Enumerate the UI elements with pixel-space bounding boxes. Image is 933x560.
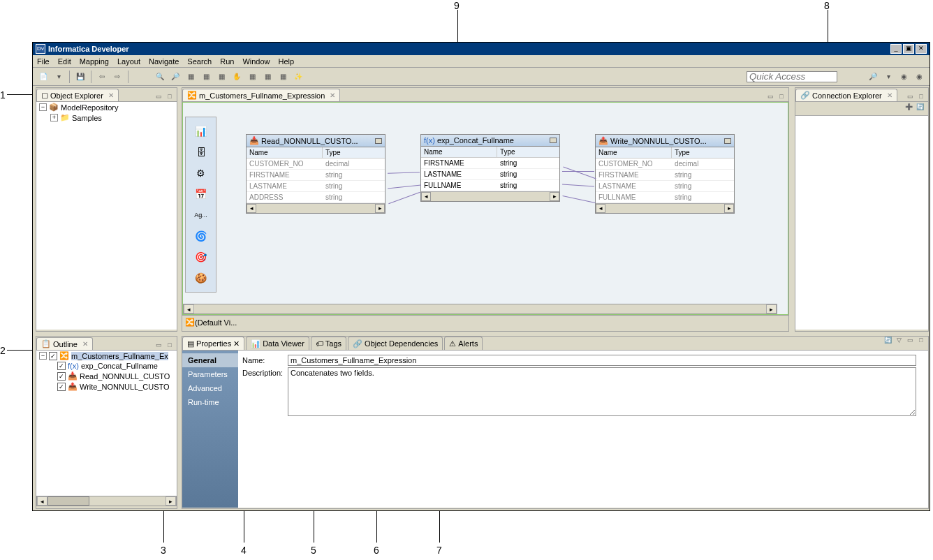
menu-run[interactable]: Run: [216, 57, 238, 66]
menu-layout[interactable]: Layout: [113, 57, 145, 66]
tab-object-explorer[interactable]: ▢ Object Explorer ✕: [36, 89, 119, 101]
menu-help[interactable]: Help: [274, 57, 299, 66]
maximize-button[interactable]: ▣: [903, 44, 914, 54]
add-connection-icon[interactable]: ➕: [903, 103, 914, 115]
mapping-canvas[interactable]: 📊 🗄 ⚙ 📅 Ag... 🌀 🎯 🍪 📥 Read_NONNULL: [182, 102, 788, 315]
transform-expression[interactable]: f(x) exp_Concat_Fullname Name Type FIRST…: [420, 134, 560, 202]
quick-access-input[interactable]: [747, 71, 837, 82]
transform-title[interactable]: 📥 Read_NONNULL_CUSTO...: [247, 135, 385, 147]
header-name[interactable]: Name: [421, 147, 497, 157]
tab-connection-explorer[interactable]: 🔗 Connection Explorer ✕: [795, 89, 897, 101]
dropdown-icon[interactable]: ▾: [882, 71, 895, 83]
transform-title[interactable]: f(x) exp_Concat_Fullname: [421, 135, 559, 147]
palette-item[interactable]: 🎯: [191, 247, 212, 267]
tree-row-samples[interactable]: + 📁 Samples: [36, 112, 177, 123]
transform-read[interactable]: 📥 Read_NONNULL_CUSTO... Name Type CUSTOM…: [246, 134, 385, 214]
port-row[interactable]: ADDRESSstring: [247, 192, 385, 203]
transform-title[interactable]: 📤 Write_NONNULL_CUSTO...: [596, 135, 734, 147]
header-type[interactable]: Type: [672, 147, 734, 158]
menu-edit[interactable]: Edit: [54, 57, 75, 66]
header-name[interactable]: Name: [596, 147, 672, 158]
name-field[interactable]: [288, 355, 916, 366]
tab-outline[interactable]: 📋 Outline ✕: [36, 337, 93, 350]
toggle-icon[interactable]: [375, 138, 382, 144]
outline-item[interactable]: ✓ f(x) exp_Concat_Fullname: [36, 361, 177, 371]
refresh-icon[interactable]: 🔄: [914, 103, 925, 115]
tab-object-dependencies[interactable]: 🔗 Object Dependencies: [348, 337, 443, 350]
port-row[interactable]: LASTNAMEstring: [421, 169, 559, 180]
zoom-in-icon[interactable]: 🔍: [154, 71, 166, 83]
maximize-icon[interactable]: □: [917, 93, 925, 101]
tool-icon[interactable]: ▦: [261, 71, 274, 83]
refresh-icon[interactable]: 🔄: [883, 337, 892, 345]
transform-write[interactable]: 📤 Write_NONNULL_CUSTO... Name Type CUSTO…: [595, 134, 735, 214]
port-row[interactable]: CUSTOMER_NOdecimal: [596, 159, 734, 170]
tool-icon[interactable]: ▦: [184, 71, 197, 83]
tree-row-repository[interactable]: − 📦 ModelRepository: [36, 102, 177, 112]
port-row[interactable]: FIRSTNAMEstring: [247, 170, 385, 181]
close-icon[interactable]: ✕: [108, 91, 114, 99]
palette-item[interactable]: 🍪: [191, 268, 212, 288]
tool-icon[interactable]: ▦: [277, 71, 289, 83]
tab-tags[interactable]: 🏷 Tags: [311, 337, 346, 350]
forward-button[interactable]: ⇨: [111, 71, 124, 83]
port-row[interactable]: FIRSTNAMEstring: [421, 158, 559, 169]
outline-root[interactable]: − ✓ 🔀 m_Customers_Fullname_Ex: [36, 351, 177, 361]
palette-item[interactable]: 📊: [191, 121, 212, 141]
close-icon[interactable]: ✕: [887, 91, 892, 99]
collapse-icon[interactable]: −: [39, 352, 47, 360]
minimize-icon[interactable]: ▭: [906, 337, 914, 345]
palette-item-aggregator[interactable]: 📅: [191, 184, 212, 204]
port-row[interactable]: FULLNAMEstring: [596, 192, 734, 203]
scrollbar[interactable]: ◂▸: [596, 203, 734, 213]
tab-alerts[interactable]: ⚠ Alerts: [444, 337, 483, 350]
checkbox[interactable]: ✓: [57, 372, 66, 381]
tab-data-viewer[interactable]: 📊 Data Viewer: [246, 337, 309, 350]
perspective-icon[interactable]: ◉: [897, 71, 910, 83]
menu-search[interactable]: Search: [183, 57, 216, 66]
palette-item[interactable]: ⚙: [191, 163, 212, 183]
zoom-out-icon[interactable]: 🔎: [169, 71, 182, 83]
horizontal-scrollbar[interactable]: ◂▸: [183, 304, 777, 314]
toggle-icon[interactable]: [550, 138, 557, 143]
port-row[interactable]: FIRSTNAMEstring: [596, 170, 734, 181]
palette-item[interactable]: 🗄: [191, 142, 212, 162]
tab-mapping[interactable]: 🔀 m_Customers_Fullname_Expression ✕: [182, 89, 340, 101]
scrollbar[interactable]: ◂▸: [247, 203, 385, 213]
toggle-icon[interactable]: [724, 138, 731, 144]
search-icon[interactable]: 🔎: [867, 71, 879, 83]
palette-item[interactable]: 🌀: [191, 226, 212, 246]
description-field[interactable]: [288, 367, 916, 416]
collapse-icon[interactable]: −: [39, 103, 47, 111]
maximize-icon[interactable]: □: [166, 93, 174, 101]
minimize-button[interactable]: _: [890, 44, 902, 54]
port-row[interactable]: CUSTOMER_NOdecimal: [247, 159, 385, 170]
maximize-icon[interactable]: □: [166, 341, 174, 350]
port-row[interactable]: LASTNAMEstring: [596, 181, 734, 192]
scrollbar[interactable]: ◂▸: [421, 191, 559, 201]
maximize-icon[interactable]: □: [917, 337, 925, 345]
perspective-icon[interactable]: ◉: [913, 71, 925, 83]
expand-icon[interactable]: +: [50, 114, 58, 121]
menu-window[interactable]: Window: [238, 57, 274, 66]
menu-navigate[interactable]: Navigate: [145, 57, 183, 66]
tool-icon[interactable]: ▦: [246, 71, 258, 83]
back-button[interactable]: ⇦: [96, 71, 108, 83]
side-parameters[interactable]: Parameters: [182, 367, 238, 381]
close-button[interactable]: ✕: [916, 44, 927, 54]
outline-item[interactable]: ✓ 📤 Write_NONNULL_CUSTO: [36, 381, 177, 392]
new-button[interactable]: 📄: [37, 71, 50, 83]
outline-item[interactable]: ✓ 📥 Read_NONNULL_CUSTO: [36, 371, 177, 381]
horizontal-scrollbar[interactable]: ◂▸: [36, 496, 177, 506]
minimize-icon[interactable]: ▭: [154, 341, 163, 350]
menu-mapping[interactable]: Mapping: [75, 57, 113, 66]
checkbox[interactable]: ✓: [57, 362, 66, 370]
minimize-icon[interactable]: ▭: [906, 93, 914, 101]
tab-properties[interactable]: ▤ Properties ✕: [182, 337, 244, 350]
header-name[interactable]: Name: [247, 147, 323, 158]
port-row[interactable]: FULLNAMEstring: [421, 180, 559, 191]
checkbox[interactable]: ✓: [57, 383, 66, 391]
close-icon[interactable]: ✕: [233, 339, 240, 348]
tool-icon[interactable]: ✨: [292, 71, 304, 83]
close-icon[interactable]: ✕: [330, 91, 335, 99]
